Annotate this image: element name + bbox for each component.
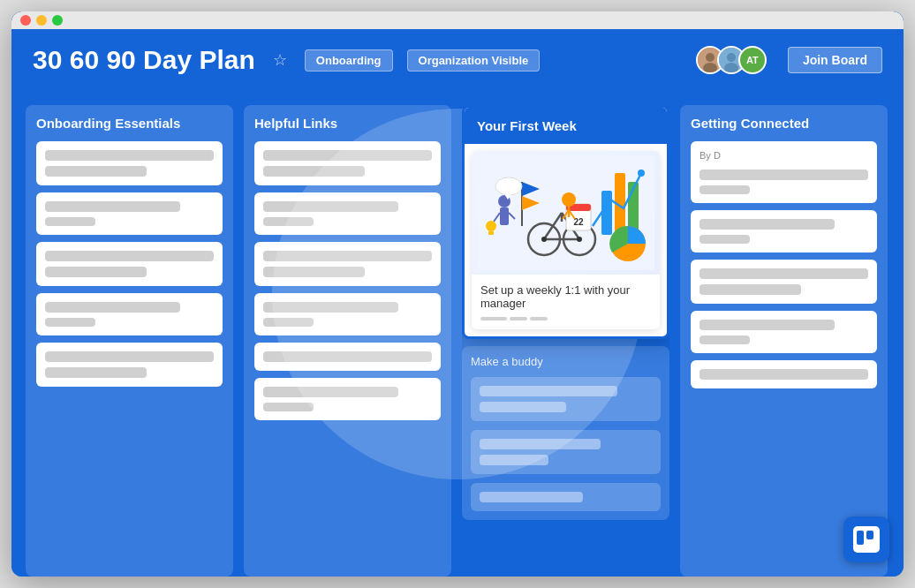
skeleton [45,201,180,212]
skeleton [699,219,835,230]
skeleton [45,351,214,362]
card-4b[interactable] [691,210,877,253]
card-4c[interactable] [691,260,877,304]
team-illustration: 22 [478,155,654,270]
skeleton [480,439,601,449]
skeleton [699,170,868,180]
minimize-dot[interactable] [36,15,47,26]
card-2d[interactable] [254,293,441,335]
card-3c[interactable] [471,430,661,474]
skeleton [263,387,398,397]
featured-weekly-card[interactable]: 22 [472,151,660,329]
skeleton [699,320,835,330]
featured-card-body: Set up a weekly 1:1 with your manager [472,275,660,329]
featured-card-container: Your First Week [462,105,669,339]
card-1d[interactable] [36,293,223,335]
svg-rect-7 [601,191,612,235]
titlebar [11,11,904,29]
org-visible-badge[interactable]: Organization Visible [407,49,541,72]
avatar-initials-text: AT [746,55,759,65]
card-2f[interactable] [254,378,441,420]
close-dot[interactable] [20,15,31,26]
card-1e[interactable] [36,343,223,387]
svg-point-19 [577,237,582,242]
svg-point-4 [727,53,736,62]
card-2e[interactable] [254,343,441,371]
card-text: Set up a weekly 1:1 with your manager [480,283,651,310]
card-1b[interactable] [36,192,223,235]
board-area: Onboarding Essentials [11,91,904,577]
card-progress-bars [480,317,651,320]
skeleton [699,369,868,380]
board-title: 30 60 90 Day Plan [33,45,255,75]
card-4a[interactable]: By D [691,141,877,203]
skeleton [699,235,750,244]
card-4d[interactable] [691,311,877,353]
star-icon: ☆ [273,50,287,70]
onboarding-badge[interactable]: Onboarding [305,49,393,72]
skeleton [263,351,432,362]
app-window: 30 60 90 Day Plan ☆ Onboarding Organizat… [11,11,904,577]
column-getting-connected: Getting Connected By D [680,105,888,577]
skeleton [263,201,398,212]
skeleton [45,318,95,327]
star-button[interactable]: ☆ [269,47,291,73]
card-2c[interactable] [254,242,441,286]
column-title-onboarding: Onboarding Essentials [36,116,223,131]
svg-point-1 [706,53,715,62]
skeleton [263,318,314,327]
svg-rect-40 [866,531,873,539]
skeleton [263,403,314,411]
card-1c[interactable] [36,242,223,286]
board-header: 30 60 90 Day Plan ☆ Onboarding Organizat… [11,29,904,91]
column-helpful-links: Helpful Links [244,105,451,577]
skeleton [480,386,617,396]
skeleton [263,267,365,277]
skeleton [45,150,214,161]
svg-rect-31 [500,207,509,225]
maximize-dot[interactable] [52,15,63,26]
skeleton [45,166,147,177]
progress-bar-1 [480,317,507,320]
skeleton [45,302,180,313]
trello-icon [851,524,881,554]
skeleton [45,217,95,226]
skeleton [480,402,566,412]
card-4e[interactable] [691,360,877,388]
column-title-helpful: Helpful Links [254,116,441,131]
card-2a[interactable] [254,141,441,185]
card-1a[interactable] [36,141,223,185]
skeleton [699,284,801,295]
skeleton [263,150,432,161]
svg-point-10 [638,170,645,177]
column-your-first-week: Your First Week [462,105,669,577]
skeleton [699,185,750,194]
avatar-group: AT [696,46,767,74]
card-3b[interactable] [471,377,661,421]
skeleton [263,217,314,226]
column-title-getting-connected: Getting Connected [691,116,877,131]
join-board-button[interactable]: Join Board [788,47,882,73]
skeleton [45,267,147,277]
skeleton [263,302,398,313]
progress-bar-2 [510,317,527,320]
skeleton [699,335,750,344]
skeleton [480,455,548,465]
svg-point-34 [486,221,496,231]
featured-column-title: Your First Week [465,108,667,144]
make-buddy-label: Make a buddy [471,355,661,368]
svg-point-23 [562,192,576,207]
skeleton [480,492,583,502]
svg-rect-39 [857,531,864,545]
skeleton [699,268,868,279]
skeleton [45,367,147,378]
card-2b[interactable] [254,192,441,235]
trello-logo[interactable] [843,516,889,562]
svg-rect-35 [488,231,494,235]
avatar-initials: AT [738,46,767,74]
skeleton [263,166,365,177]
svg-point-36 [495,177,522,195]
card-3d[interactable] [471,483,661,511]
below-featured-area: Make a buddy [462,346,669,520]
skeleton [45,251,214,261]
